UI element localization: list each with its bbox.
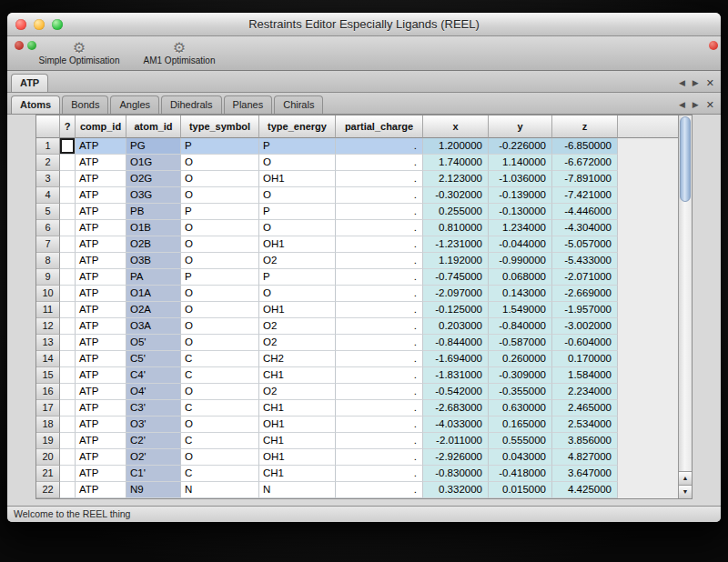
- cell-y[interactable]: -0.355000: [489, 384, 552, 400]
- cell-atom-id[interactable]: O3B: [126, 253, 181, 269]
- cell-type-symbol[interactable]: O: [181, 187, 259, 204]
- grid-row[interactable]: 18 ATP O3' O OH1 . -4.033000 0.165000 2.…: [36, 416, 678, 433]
- cell-y[interactable]: 0.630000: [489, 400, 552, 416]
- cell-partial-charge[interactable]: .: [336, 302, 423, 318]
- cell-comp-id[interactable]: ATP: [76, 286, 126, 302]
- cell-flag[interactable]: [60, 335, 76, 351]
- cell-flag[interactable]: [60, 466, 76, 482]
- cell-flag[interactable]: [60, 302, 76, 318]
- cell-y[interactable]: 1.234000: [489, 220, 552, 236]
- cell-y[interactable]: -0.418000: [489, 466, 552, 482]
- cell-type-symbol[interactable]: O: [181, 171, 259, 187]
- cell-x[interactable]: 0.332000: [423, 482, 489, 498]
- cell-x[interactable]: 2.123000: [423, 171, 489, 187]
- cell-atom-id[interactable]: O1G: [126, 155, 181, 171]
- cell-atom-id[interactable]: PG: [126, 138, 181, 155]
- cell-x[interactable]: 0.255000: [423, 204, 489, 220]
- cell-y[interactable]: 1.549000: [489, 302, 552, 318]
- cell-comp-id[interactable]: ATP: [76, 449, 126, 466]
- cell-x[interactable]: -1.831000: [423, 367, 489, 384]
- tab-bonds[interactable]: Bonds: [62, 95, 108, 114]
- row-number[interactable]: 21: [36, 466, 60, 482]
- cell-type-symbol[interactable]: P: [181, 204, 259, 220]
- column-header-z[interactable]: z: [552, 115, 618, 138]
- row-number[interactable]: 15: [36, 367, 60, 384]
- cell-partial-charge[interactable]: .: [336, 220, 423, 236]
- column-header-comp-id[interactable]: comp_id: [76, 115, 126, 138]
- cell-x[interactable]: -2.683000: [423, 400, 489, 416]
- grid-row[interactable]: 11 ATP O2A O OH1 . -0.125000 1.549000 -1…: [36, 302, 678, 318]
- cell-y[interactable]: -0.587000: [489, 335, 552, 351]
- cell-z[interactable]: -3.002000: [552, 318, 618, 335]
- cell-flag[interactable]: [60, 318, 76, 335]
- cell-z[interactable]: 4.425000: [552, 482, 618, 498]
- cell-type-energy[interactable]: P: [259, 138, 336, 155]
- cell-type-energy[interactable]: CH1: [259, 367, 336, 384]
- tab-planes[interactable]: Planes: [224, 95, 273, 114]
- cell-atom-id[interactable]: O2': [126, 449, 181, 466]
- cell-z[interactable]: 2.465000: [552, 400, 618, 416]
- grid-row[interactable]: 12 ATP O3A O O2 . 0.203000 -0.840000 -3.…: [36, 318, 678, 335]
- row-number[interactable]: 9: [36, 269, 60, 286]
- cell-comp-id[interactable]: ATP: [76, 220, 126, 236]
- row-number[interactable]: 3: [36, 171, 60, 187]
- cell-x[interactable]: 0.203000: [423, 318, 489, 335]
- cell-y[interactable]: 0.068000: [489, 269, 552, 286]
- cell-x[interactable]: 0.810000: [423, 220, 489, 236]
- cell-comp-id[interactable]: ATP: [76, 433, 126, 449]
- cell-flag[interactable]: [60, 171, 76, 187]
- grid-row[interactable]: 10 ATP O1A O O . -2.097000 0.143000 -2.6…: [36, 286, 678, 302]
- cell-partial-charge[interactable]: .: [336, 400, 423, 416]
- cell-partial-charge[interactable]: .: [336, 138, 423, 155]
- cell-y[interactable]: -1.036000: [489, 171, 552, 187]
- cell-atom-id[interactable]: PB: [126, 204, 181, 220]
- grid-row[interactable]: 3 ATP O2G O OH1 . 2.123000 -1.036000 -7.…: [36, 171, 678, 187]
- row-number[interactable]: 22: [36, 482, 60, 498]
- cell-comp-id[interactable]: ATP: [76, 253, 126, 269]
- cell-y[interactable]: -0.226000: [489, 138, 552, 155]
- cell-comp-id[interactable]: ATP: [76, 335, 126, 351]
- cell-type-energy[interactable]: O: [259, 286, 336, 302]
- cell-type-symbol[interactable]: O: [181, 286, 259, 302]
- cell-type-energy[interactable]: CH2: [259, 351, 336, 367]
- tab-atp[interactable]: ATP: [11, 74, 48, 92]
- cell-y[interactable]: -0.139000: [489, 187, 552, 204]
- row-number[interactable]: 13: [36, 335, 60, 351]
- row-number[interactable]: 7: [36, 236, 60, 253]
- cell-z[interactable]: -4.446000: [552, 204, 618, 220]
- cell-type-symbol[interactable]: O: [181, 155, 259, 171]
- cell-type-symbol[interactable]: C: [181, 400, 259, 416]
- cell-comp-id[interactable]: ATP: [76, 416, 126, 433]
- cell-type-symbol[interactable]: O: [181, 416, 259, 433]
- cell-x[interactable]: 1.192000: [423, 253, 489, 269]
- cell-flag[interactable]: [60, 400, 76, 416]
- cell-flag[interactable]: [60, 416, 76, 433]
- cell-partial-charge[interactable]: .: [336, 171, 423, 187]
- cell-x[interactable]: -0.830000: [423, 466, 489, 482]
- cell-x[interactable]: -0.125000: [423, 302, 489, 318]
- cell-atom-id[interactable]: C2': [126, 433, 181, 449]
- cell-type-energy[interactable]: O2: [259, 318, 336, 335]
- minimize-button[interactable]: [34, 19, 45, 30]
- tab-close-icon[interactable]: ✕: [706, 100, 714, 110]
- cell-type-energy[interactable]: OH1: [259, 236, 336, 253]
- cell-comp-id[interactable]: ATP: [76, 171, 126, 187]
- cell-x[interactable]: -1.231000: [423, 236, 489, 253]
- cell-flag[interactable]: [60, 204, 76, 220]
- tab-dihedrals[interactable]: Dihedrals: [161, 95, 221, 114]
- cell-x[interactable]: -2.097000: [423, 286, 489, 302]
- grid-row[interactable]: 7 ATP O2B O OH1 . -1.231000 -0.044000 -5…: [36, 236, 678, 253]
- cell-comp-id[interactable]: ATP: [76, 351, 126, 367]
- cell-partial-charge[interactable]: .: [336, 351, 423, 367]
- cell-comp-id[interactable]: ATP: [76, 482, 126, 498]
- cell-y[interactable]: -0.130000: [489, 204, 552, 220]
- cell-type-energy[interactable]: O2: [259, 384, 336, 400]
- cell-atom-id[interactable]: O2B: [126, 236, 181, 253]
- cell-partial-charge[interactable]: .: [336, 449, 423, 466]
- cell-z[interactable]: 1.584000: [552, 367, 618, 384]
- cell-type-energy[interactable]: OH1: [259, 449, 336, 466]
- scrollbar-thumb[interactable]: [680, 116, 691, 202]
- scroll-down-button[interactable]: ▼: [679, 485, 692, 498]
- cell-x[interactable]: 1.200000: [423, 138, 489, 155]
- cell-type-energy[interactable]: P: [259, 269, 336, 286]
